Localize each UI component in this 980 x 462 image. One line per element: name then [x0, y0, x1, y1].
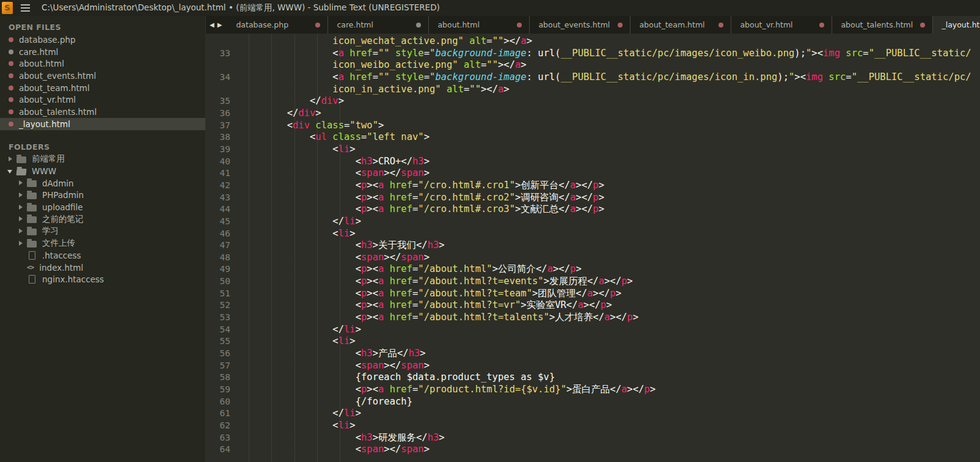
tab-scroll-right-icon[interactable]: ▶: [218, 21, 222, 28]
code-text: </div>: [239, 95, 980, 108]
code-line: 36 </div>: [206, 108, 980, 120]
code-text: icon_in_active.png" alt=""></a>: [239, 84, 980, 96]
open-file-item[interactable]: _layout.html: [0, 118, 205, 130]
code-text: <p><a href="/product.html?id={$v.id}">蛋白…: [239, 384, 980, 396]
tab-scroll-left-icon[interactable]: ◀: [210, 21, 214, 28]
code-line: 43 <p><a href="/cro.html#.cro2">调研咨询</a>…: [206, 192, 980, 204]
disclosure-collapsed-icon[interactable]: [7, 156, 16, 162]
code-line: 44 <p><a href="/cro.html#.cro3">文献汇总</a>…: [206, 204, 980, 216]
open-file-item[interactable]: database.php: [0, 34, 205, 46]
line-number: 47: [206, 240, 239, 252]
tab-_layout-html[interactable]: _layout.html: [933, 16, 980, 34]
folder-item[interactable]: WWW: [0, 165, 205, 177]
code-line: 45 </li>: [206, 216, 980, 228]
disclosure-collapsed-icon[interactable]: [18, 193, 27, 198]
line-number: [206, 84, 239, 96]
tab-about_team-html[interactable]: about_team.html: [631, 16, 731, 34]
file-item[interactable]: nginx.htaccess: [0, 273, 205, 285]
tab-scroll-controls: ◀ ▶: [206, 16, 227, 34]
line-number: 38: [206, 131, 239, 144]
disclosure-collapsed-icon[interactable]: [18, 216, 27, 222]
code-text: </li>: [239, 408, 980, 420]
modified-dot: [9, 86, 13, 90]
tab-about_vr-html[interactable]: about_vr.html: [731, 16, 832, 34]
menu-icon[interactable]: [21, 4, 30, 12]
file-item[interactable]: .htaccess: [0, 249, 205, 262]
folder-icon: [27, 229, 37, 235]
tab-care-html[interactable]: care.html: [328, 16, 429, 34]
folder-item[interactable]: uploadfile: [0, 201, 205, 213]
code-line: 59 <p><a href="/product.html?id={$v.id}"…: [206, 384, 980, 396]
disclosure-collapsed-icon[interactable]: [18, 229, 27, 234]
tab-label: about_vr.html: [740, 20, 814, 29]
code-line: icon_weibo_active.png" alt=""></a>: [206, 59, 980, 72]
modified-dot: [9, 97, 13, 102]
code-text: <p><a href="/about.html?t=talents">人才培养<…: [239, 312, 980, 324]
open-files-header: OPEN FILES: [0, 21, 205, 34]
line-number: 42: [206, 180, 239, 192]
code-line: 62 <li>: [206, 420, 980, 432]
open-file-item[interactable]: about_events.html: [0, 70, 205, 82]
folder-item[interactable]: 之前的笔记: [0, 213, 205, 226]
code-text: <h3>关于我们</h3>: [239, 240, 980, 252]
tabs-container: database.phpcare.htmlabout.htmlabout_eve…: [227, 16, 980, 34]
tab-database-php[interactable]: database.php: [227, 16, 328, 34]
line-number: 52: [206, 299, 239, 312]
disclosure-collapsed-icon[interactable]: [18, 241, 27, 246]
code-text: <span></span>: [239, 252, 980, 264]
open-file-item[interactable]: about_talents.html: [0, 106, 205, 118]
disclosure-collapsed-icon[interactable]: [18, 205, 27, 210]
code-text: <span></span>: [239, 167, 980, 180]
code-text: <li>: [239, 336, 980, 348]
line-number: 64: [206, 444, 239, 456]
modified-dot: [618, 23, 623, 28]
modified-dot: [9, 109, 13, 114]
folder-item[interactable]: PHPadmin: [0, 189, 205, 202]
folder-item[interactable]: 前端常用: [0, 153, 205, 166]
open-file-item[interactable]: about_team.html: [0, 82, 205, 94]
folder-icon: [27, 180, 37, 187]
line-number: 41: [206, 167, 239, 180]
open-files-list: database.phpcare.htmlabout.htmlabout_eve…: [0, 34, 205, 130]
disclosure-collapsed-icon[interactable]: [18, 180, 27, 186]
tree-label: 文件上传: [42, 238, 75, 249]
line-number: 57: [206, 360, 239, 372]
tab-about-html[interactable]: about.html: [429, 16, 530, 34]
disclosure-expanded-icon[interactable]: [7, 169, 16, 174]
code-text: <h3>产品</h3>: [239, 348, 980, 360]
code-line: 57 <span></span>: [206, 360, 980, 372]
code-text: {foreach $data.product_types as $v}: [239, 372, 980, 384]
folder-item[interactable]: 学习: [0, 226, 205, 238]
code-text: <p><a href="/cro.html#.cro1">创新平台</a></p…: [239, 180, 980, 192]
tab-bar: ◀ ▶ database.phpcare.htmlabout.htmlabout…: [206, 16, 980, 34]
sidebar: OPEN FILES database.phpcare.htmlabout.ht…: [0, 16, 206, 462]
tree-label: 学习: [42, 226, 59, 237]
tree-label: 之前的笔记: [42, 214, 84, 225]
tab-about_events-html[interactable]: about_events.html: [530, 16, 631, 34]
folder-item[interactable]: dAdmin: [0, 177, 205, 189]
file-icon: [29, 251, 35, 260]
line-number: 60: [206, 396, 239, 408]
code-lines: icon_wechat_active.png" alt=""></a>33 <a…: [206, 35, 980, 456]
open-file-item[interactable]: care.html: [0, 46, 205, 58]
main-area: OPEN FILES database.phpcare.htmlabout.ht…: [0, 16, 980, 462]
code-line: 53 <p><a href="/about.html?t=talents">人才…: [206, 312, 980, 324]
code-text: </li>: [239, 324, 980, 336]
open-file-label: care.html: [19, 47, 58, 57]
open-file-item[interactable]: about.html: [0, 57, 205, 70]
tree-label: index.html: [39, 263, 83, 273]
folder-icon: [27, 241, 37, 248]
file-icon: [29, 275, 35, 284]
code-text: <li>: [239, 228, 980, 240]
code-line: 40 <h3>CRO+</h3>: [206, 156, 980, 168]
line-number: 35: [206, 95, 239, 108]
file-item[interactable]: <>index.html: [0, 262, 205, 274]
line-number: 51: [206, 288, 239, 300]
code-line: 64 <span></span>: [206, 444, 980, 456]
line-number: 55: [206, 336, 239, 348]
open-file-item[interactable]: about_vr.html: [0, 94, 205, 106]
line-number: 61: [206, 408, 239, 420]
code-editor[interactable]: icon_wechat_active.png" alt=""></a>33 <a…: [206, 34, 980, 462]
folder-item[interactable]: 文件上传: [0, 237, 205, 249]
tab-about_talents-html[interactable]: about_talents.html: [832, 16, 933, 34]
